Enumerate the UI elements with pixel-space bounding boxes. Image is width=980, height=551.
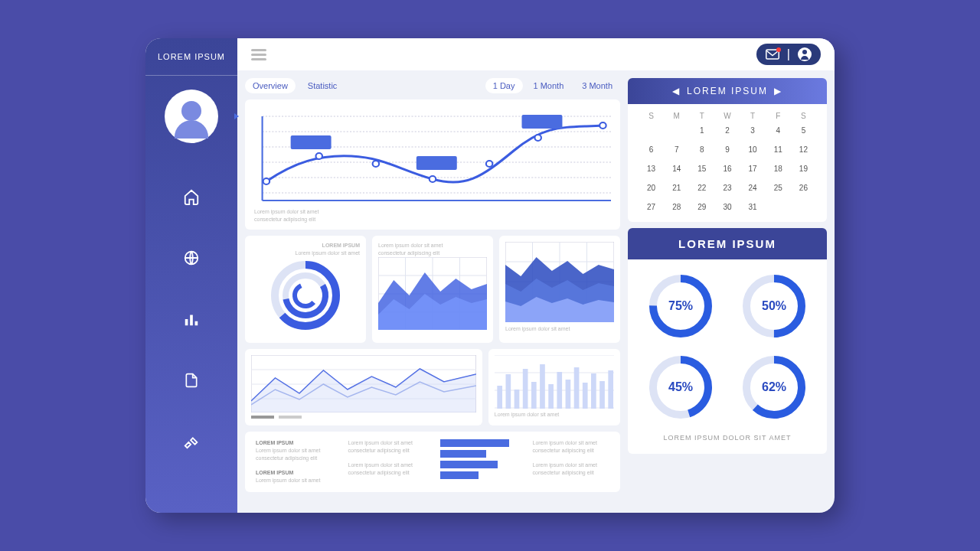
gauge-1: 75% — [646, 272, 715, 341]
dow-cell: W — [714, 112, 740, 120]
day-cell[interactable]: 7 — [664, 145, 689, 154]
day-cell[interactable]: 30 — [714, 203, 740, 211]
day-cell[interactable]: 26 — [791, 184, 816, 192]
calendar-dow: SMTWTFS — [639, 112, 816, 120]
day-cell[interactable]: 23 — [714, 184, 740, 192]
day-cell[interactable]: 16 — [714, 165, 740, 173]
day-cell[interactable]: 19 — [791, 165, 816, 173]
range-1day[interactable]: 1 Day — [485, 78, 523, 93]
play-icon[interactable] — [234, 113, 239, 119]
range-3month[interactable]: 3 Month — [574, 78, 620, 93]
svg-rect-58 — [565, 380, 570, 409]
svg-rect-21 — [416, 156, 457, 170]
gauges-header: LOREM IPSUM — [628, 228, 827, 259]
dow-cell: T — [689, 112, 714, 120]
avatar[interactable] — [165, 90, 218, 143]
document-icon[interactable] — [182, 371, 201, 390]
info-col-3: Lorem ipsum dolor sit ametconsectetur ad… — [533, 439, 610, 484]
area-chart-1: Lorem ipsum dolor sit ametconsectetur ad… — [372, 236, 493, 343]
mail-icon[interactable] — [766, 49, 779, 60]
content: Overview Statistic 1 Day 1 Month 3 Month — [237, 70, 835, 513]
svg-rect-63 — [608, 370, 613, 409]
user-icon[interactable] — [798, 47, 812, 61]
info-col-1: LOREM IPSUMLorem ipsum dolor sit ametcon… — [256, 439, 333, 484]
calendar-header: ◀ LOREM IPSUM ▶ — [628, 78, 827, 104]
gauge-4: 62% — [740, 353, 808, 422]
day-cell[interactable]: 29 — [689, 203, 714, 211]
svg-rect-53 — [523, 369, 528, 409]
day-cell[interactable]: 10 — [740, 145, 766, 154]
multi-line-chart — [245, 349, 482, 425]
svg-rect-52 — [514, 390, 519, 409]
dow-cell: T — [740, 112, 766, 120]
app-window: LOREM IPSUM | — [145, 38, 835, 513]
left-column: Overview Statistic 1 Day 1 Month 3 Month — [245, 78, 620, 505]
calendar-days: 1234567891011121314151617181920212223242… — [639, 126, 816, 211]
day-cell[interactable]: 21 — [664, 184, 689, 192]
day-cell[interactable]: 2 — [714, 126, 740, 135]
day-cell[interactable]: 24 — [740, 184, 766, 192]
dow-cell: F — [766, 112, 791, 120]
notification-dot — [776, 47, 781, 52]
svg-point-16 — [430, 176, 436, 182]
day-cell[interactable]: 27 — [639, 203, 664, 211]
day-cell[interactable]: 8 — [689, 145, 714, 154]
hamburger-icon[interactable] — [251, 49, 266, 60]
info-col-2: Lorem ipsum dolor sit ametconsectetur ad… — [348, 439, 426, 484]
svg-point-14 — [315, 153, 322, 159]
day-cell[interactable]: 22 — [689, 184, 714, 192]
home-icon[interactable] — [182, 187, 201, 206]
svg-rect-22 — [522, 115, 563, 129]
day-cell[interactable]: 15 — [689, 165, 714, 173]
dow-cell: S — [791, 112, 816, 120]
day-cell[interactable]: 3 — [740, 126, 766, 135]
svg-rect-55 — [540, 364, 545, 409]
svg-rect-3 — [195, 321, 198, 326]
day-cell[interactable]: 11 — [766, 145, 791, 154]
day-cell[interactable]: 12 — [791, 145, 816, 154]
bottom-info-row: LOREM IPSUMLorem ipsum dolor sit ametcon… — [245, 432, 620, 492]
gauge-2: 50% — [740, 272, 808, 341]
day-cell[interactable]: 14 — [664, 165, 689, 173]
sidebar: LOREM IPSUM — [145, 38, 237, 513]
day-cell[interactable]: 25 — [766, 184, 791, 192]
settings-icon[interactable] — [182, 432, 201, 451]
day-cell[interactable]: 28 — [664, 203, 689, 211]
svg-rect-50 — [497, 386, 502, 409]
calendar-title: LOREM IPSUM — [687, 86, 768, 96]
svg-rect-62 — [599, 381, 605, 409]
day-cell[interactable]: 6 — [639, 145, 664, 154]
svg-rect-61 — [591, 373, 596, 409]
globe-icon[interactable] — [182, 249, 201, 267]
range-1month[interactable]: 1 Month — [526, 78, 572, 93]
range-group: 1 Day 1 Month 3 Month — [485, 78, 620, 93]
svg-rect-54 — [531, 382, 537, 409]
svg-point-13 — [263, 178, 270, 184]
chart-icon[interactable] — [182, 310, 201, 328]
day-cell — [639, 126, 664, 135]
day-cell[interactable]: 20 — [639, 184, 664, 192]
brand-label: LOREM IPSUM — [145, 38, 237, 76]
main-area: | Overview Statistic 1 Day 1 Month 3 Mon… — [237, 38, 835, 513]
tab-statistic[interactable]: Statistic — [300, 78, 345, 93]
prev-month-icon[interactable]: ◀ — [672, 86, 681, 96]
day-cell[interactable]: 18 — [766, 165, 791, 173]
day-cell[interactable]: 9 — [714, 145, 740, 154]
lower-charts-row: Lorem ipsum dolor sit amet — [245, 349, 620, 425]
day-cell[interactable]: 31 — [740, 203, 766, 211]
gauges-widget: LOREM IPSUM 75% 50% 45% — [628, 228, 827, 454]
day-cell[interactable]: 13 — [639, 165, 664, 173]
day-cell[interactable]: 17 — [740, 165, 766, 173]
svg-rect-59 — [574, 367, 580, 409]
topbar-actions: | — [756, 44, 821, 65]
next-month-icon[interactable]: ▶ — [774, 86, 782, 96]
day-cell[interactable]: 5 — [791, 126, 816, 135]
day-cell[interactable]: 1 — [689, 126, 714, 135]
svg-point-19 — [599, 122, 606, 129]
svg-point-15 — [373, 161, 379, 167]
tab-overview[interactable]: Overview — [245, 78, 296, 93]
svg-rect-1 — [185, 319, 188, 325]
svg-rect-20 — [291, 135, 332, 149]
divider: | — [787, 47, 790, 61]
day-cell[interactable]: 4 — [766, 126, 791, 135]
